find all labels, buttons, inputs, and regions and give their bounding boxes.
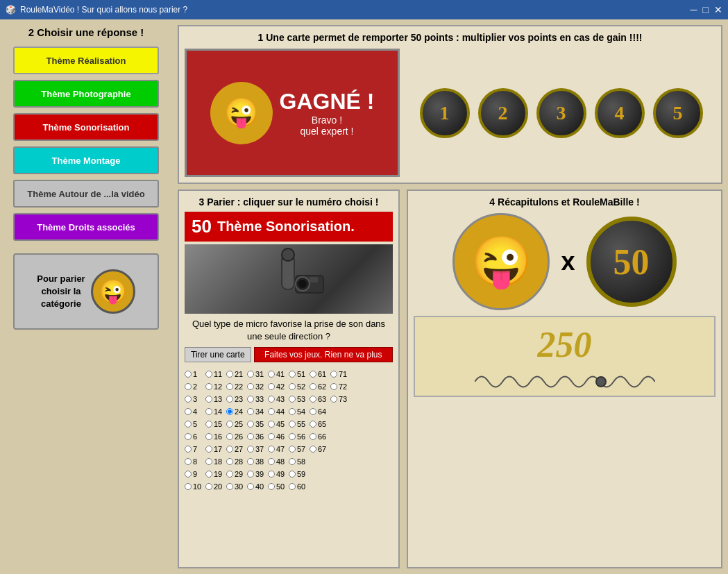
theme-droits-button[interactable]: Thème Droits associés (13, 213, 159, 241)
number-radio-19[interactable] (205, 471, 212, 478)
number-radio-61[interactable] (310, 371, 316, 378)
number-radio-12[interactable] (205, 383, 212, 390)
number-radio-23[interactable] (226, 396, 233, 403)
theme-sonorisation-button[interactable]: Thème Sonorisation (13, 113, 159, 141)
number-radio-65[interactable] (310, 421, 316, 428)
number-radio-35[interactable] (247, 421, 254, 428)
number-radio-51[interactable] (289, 371, 296, 378)
number-radio-15[interactable] (205, 421, 212, 428)
number-radio-40[interactable] (247, 483, 254, 490)
ball-4[interactable]: 4 (595, 88, 645, 138)
number-radio-18[interactable] (205, 458, 212, 465)
number-radio-29[interactable] (226, 471, 233, 478)
number-radio-57[interactable] (289, 446, 296, 453)
number-radio-37[interactable] (247, 446, 254, 453)
number-radio-62[interactable] (310, 383, 316, 390)
number-radio-16[interactable] (205, 433, 212, 440)
number-label-54: 54 (297, 407, 310, 416)
number-radio-48[interactable] (268, 458, 275, 465)
number-radio-46[interactable] (268, 433, 275, 440)
number-radio-72[interactable] (330, 383, 337, 390)
theme-photographie-button[interactable]: Thème Photographie (13, 80, 159, 108)
minimize-button[interactable]: ─ (691, 4, 697, 15)
num-item: 13 (205, 393, 226, 405)
number-radio-10[interactable] (185, 483, 192, 490)
number-radio-53[interactable] (289, 396, 296, 403)
number-radio-11[interactable] (205, 371, 212, 378)
num-item: 16 (205, 430, 226, 443)
number-radio-7[interactable] (185, 446, 192, 453)
number-radio-30[interactable] (226, 483, 233, 490)
ball-3[interactable]: 3 (536, 88, 586, 138)
number-radio-5[interactable] (185, 421, 192, 428)
number-radio-73[interactable] (330, 396, 337, 403)
number-radio-60[interactable] (289, 483, 296, 490)
num-item: 43 (268, 393, 289, 405)
number-radio-42[interactable] (268, 383, 275, 390)
theme-realisation-button[interactable]: Thème Réalisation (13, 47, 159, 74)
ball-2[interactable]: 2 (478, 88, 528, 138)
number-label-72: 72 (339, 382, 351, 391)
number-radio-67[interactable] (310, 446, 316, 453)
number-radio-59[interactable] (289, 471, 296, 478)
number-radio-22[interactable] (226, 383, 233, 390)
number-radio-39[interactable] (247, 471, 254, 478)
number-column: 11121314151617181920 (205, 368, 226, 493)
maximize-button[interactable]: □ (703, 4, 709, 15)
ball-1[interactable]: 1 (420, 88, 470, 138)
number-radio-9[interactable] (185, 471, 192, 478)
number-radio-6[interactable] (185, 433, 192, 440)
ball-5[interactable]: 5 (653, 88, 703, 138)
tirer-carte-button[interactable]: Tirer une carte (185, 347, 251, 362)
number-radio-71[interactable] (330, 371, 337, 378)
theme-autour-button[interactable]: Thème Autour de ...la vidéo (13, 180, 159, 208)
number-radio-14[interactable] (205, 408, 212, 415)
pour-parier-line2: choisir la (41, 286, 81, 296)
number-radio-17[interactable] (205, 446, 212, 453)
theme-montage-button[interactable]: Thème Montage (13, 146, 159, 174)
number-radio-41[interactable] (268, 371, 275, 378)
number-radio-2[interactable] (185, 383, 192, 390)
number-radio-28[interactable] (226, 458, 233, 465)
number-label-2: 2 (193, 382, 205, 391)
number-radio-33[interactable] (247, 396, 254, 403)
number-radio-50[interactable] (268, 483, 275, 490)
number-radio-34[interactable] (247, 408, 254, 415)
number-radio-52[interactable] (289, 383, 296, 390)
number-radio-24[interactable] (226, 408, 233, 415)
number-radio-26[interactable] (226, 433, 233, 440)
number-radio-13[interactable] (205, 396, 212, 403)
number-radio-64[interactable] (310, 408, 316, 415)
number-radio-66[interactable] (310, 433, 316, 440)
number-radio-31[interactable] (247, 371, 254, 378)
num-item: 12 (205, 380, 226, 393)
number-label-34: 34 (255, 407, 268, 416)
number-radio-20[interactable] (205, 483, 212, 490)
number-radio-58[interactable] (289, 458, 296, 465)
number-radio-47[interactable] (268, 446, 275, 453)
number-column: 717273 (330, 368, 351, 493)
close-button[interactable]: ✕ (714, 4, 722, 15)
number-radio-25[interactable] (226, 421, 233, 428)
number-radio-3[interactable] (185, 396, 192, 403)
number-radio-54[interactable] (289, 408, 296, 415)
number-radio-55[interactable] (289, 421, 296, 428)
faites-vos-jeux-button[interactable]: Faites vos jeux. Rien ne va plus (254, 347, 393, 362)
number-radio-44[interactable] (268, 408, 275, 415)
num-item: 40 (247, 480, 268, 493)
number-radio-32[interactable] (247, 383, 254, 390)
number-radio-4[interactable] (185, 408, 192, 415)
number-radio-45[interactable] (268, 421, 275, 428)
number-radio-8[interactable] (185, 458, 192, 465)
number-radio-49[interactable] (268, 471, 275, 478)
number-radio-1[interactable] (185, 371, 192, 378)
number-radio-21[interactable] (226, 371, 233, 378)
number-label-14: 14 (214, 407, 226, 416)
number-radio-36[interactable] (247, 433, 254, 440)
number-radio-38[interactable] (247, 458, 254, 465)
number-radio-27[interactable] (226, 446, 233, 453)
pour-parier-line1: Pour parier (37, 273, 85, 284)
number-radio-63[interactable] (310, 396, 316, 403)
number-radio-43[interactable] (268, 396, 275, 403)
number-radio-56[interactable] (289, 433, 296, 440)
